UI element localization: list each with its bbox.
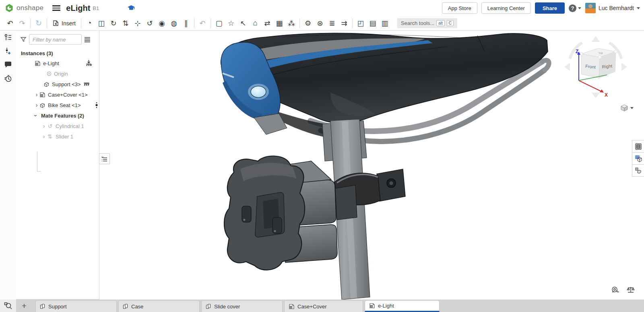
viewcube-arrow-up[interactable] [592,36,600,42]
insert-mate-connector-icon[interactable] [0,44,16,58]
screw-relation-tool-button[interactable]: ⇉ [338,18,350,29]
search-tools-box[interactable]: Search tools... alt C [397,18,457,28]
edit-in-context-tool-button[interactable]: ↖ [237,18,249,29]
named-positions-tool-button[interactable]: ☆ [225,18,237,29]
viewport-measure-tools [611,286,635,294]
assembly-icon [35,60,41,66]
release-notes-tool-button[interactable]: ▤ [367,18,379,29]
slider-move-tool-button[interactable]: ⇅ [120,18,132,29]
tape-measure-icon[interactable] [611,286,620,294]
group-tool-button[interactable]: ◫ [95,18,107,29]
tree-row-slider-mate[interactable]: › ⇅ Slider 1 [16,131,99,142]
tree-row-mate-features[interactable]: › Mate Features (2) [16,110,99,121]
linear-pattern-tool-button[interactable]: ▦ [273,18,285,29]
insert-button[interactable]: Insert [49,18,79,29]
select-region-tool-button[interactable]: ▢ [213,18,225,29]
view-options-dropdown[interactable] [620,104,634,112]
versions-tree-icon[interactable] [0,31,16,44]
app-store-button[interactable]: App Store [442,2,477,14]
tree-row-bike-seat[interactable]: › Bike Seat <1> [16,100,99,110]
list-view-icon[interactable] [84,37,91,43]
view-cube[interactable]: Top Front Right Z X [560,33,637,101]
gear-relation-tool-button[interactable]: ⊛ [314,18,326,29]
main-menu-button[interactable] [52,4,60,12]
planar-move-tool-button[interactable]: ⊹ [132,18,144,29]
tree-row-case-cover[interactable]: › Case+Cover <1> [16,89,99,100]
user-caret-icon [637,7,640,9]
mate-connector-indicator-icon[interactable] [95,102,98,109]
configurations-panel-button[interactable] [632,152,644,165]
pin-slot-tool-button[interactable]: ◍ [168,18,180,29]
filter-input[interactable] [29,34,82,45]
exploded-view-tool-button[interactable]: ◰ [355,18,367,29]
circular-pattern-tool-button[interactable]: ⁂ [285,18,297,29]
create-in-context-tool-button[interactable]: ⌂ [249,18,261,29]
tree-row-origin[interactable]: Origin [16,68,99,79]
history-timer-icon[interactable] [0,72,16,85]
viewcube-arrow-down[interactable] [592,93,600,98]
user-menu[interactable]: Luc Bernhardt [585,3,640,13]
rotate-tool-button[interactable]: ↻ [107,18,120,29]
transfer-tool-button[interactable]: ⇄ [261,18,273,29]
expand-chevron-icon[interactable]: › [41,123,47,129]
assembly-icon [369,303,375,309]
tree-row-cylindrical-mate[interactable]: › ↺ Cylindrical 1 [16,121,99,131]
bill-of-materials-tool-button[interactable]: ▥ [379,18,391,29]
cylindrical-move-tool-button[interactable]: ↺ [144,18,156,29]
help-menu[interactable]: ? [569,4,581,12]
toolbar-separator [194,19,194,28]
onshape-logo[interactable]: onshape [5,4,43,12]
right-dock [632,141,644,177]
viewcube-arrow-right[interactable] [621,63,627,71]
undo-button[interactable]: ↶ [4,18,16,29]
document-version[interactable]: B1 [93,5,99,11]
tab-support[interactable]: Support [35,300,117,312]
instances-panel: Instances (3) e-Light [16,31,99,300]
filter-funnel-icon[interactable] [20,36,27,43]
tab-e-light-active[interactable]: e-Light [365,300,440,312]
expand-chevron-icon[interactable]: › [34,102,39,108]
learning-center-button[interactable]: Learning Center [481,2,531,14]
keycap-alt: alt [436,20,445,26]
feature-list-panel-button[interactable] [632,140,644,153]
redo-button[interactable]: ↷ [16,18,28,29]
search-tabs-icon[interactable] [4,302,12,310]
instances-tree: Instances (3) e-Light [16,47,99,142]
tab-slide-cover[interactable]: Slide cover [201,300,283,312]
mate-tool-button[interactable]: ◔ [83,18,95,29]
assembly-features-tool-button[interactable]: ⚙ [302,18,314,29]
share-button[interactable]: Share [535,2,565,14]
toolbar-separator [352,19,353,28]
part-icon [43,81,50,87]
fixed-icon[interactable] [83,81,90,87]
part-tables-panel-button[interactable] [632,164,644,177]
part-studio-icon [123,304,128,309]
tab-case-cover[interactable]: Case+Cover [284,300,363,312]
new-tab-button[interactable]: + [17,300,31,312]
parallel-tool-button[interactable]: ∥ [180,18,192,29]
slider-mate-icon: ⇅ [47,133,53,140]
tab-search-area [0,300,16,312]
tab-case[interactable]: Case [118,300,200,312]
tree-row-assembly-root[interactable]: e-Light [16,58,99,68]
sync-refresh-button[interactable]: ↻ [33,18,45,29]
mass-properties-scale-icon[interactable] [626,286,635,294]
search-tools-placeholder: Search tools... [401,20,434,26]
ball-move-tool-button[interactable]: ◉ [156,18,168,29]
graphics-viewport[interactable]: Top Front Right Z X [100,31,644,300]
toolbar-tools: ◔◫↻⇅⊹↺◉◍∥↶▢☆↖⌂⇄▦⁂⚙⊛≣⇉◰▤▥ [83,18,391,29]
learning-graduation-cap-icon[interactable] [127,5,135,11]
viewcube-arrow-left[interactable] [564,63,570,71]
document-title[interactable]: eLight [66,4,90,13]
panel-collapse-handle[interactable] [99,153,110,164]
comments-icon[interactable] [0,58,16,72]
rack-relation-tool-button[interactable]: ≣ [326,18,338,29]
collapse-chevron-icon[interactable]: › [33,113,39,118]
expand-chevron-icon[interactable]: › [41,133,47,140]
tree-row-support[interactable]: Support <3> [16,79,99,89]
help-icon[interactable]: ? [569,4,576,12]
expand-chevron-icon[interactable]: › [34,91,39,98]
fix-icon[interactable] [85,60,92,67]
user-avatar[interactable] [585,3,596,13]
revert-move-tool-button[interactable]: ↶ [196,18,208,29]
